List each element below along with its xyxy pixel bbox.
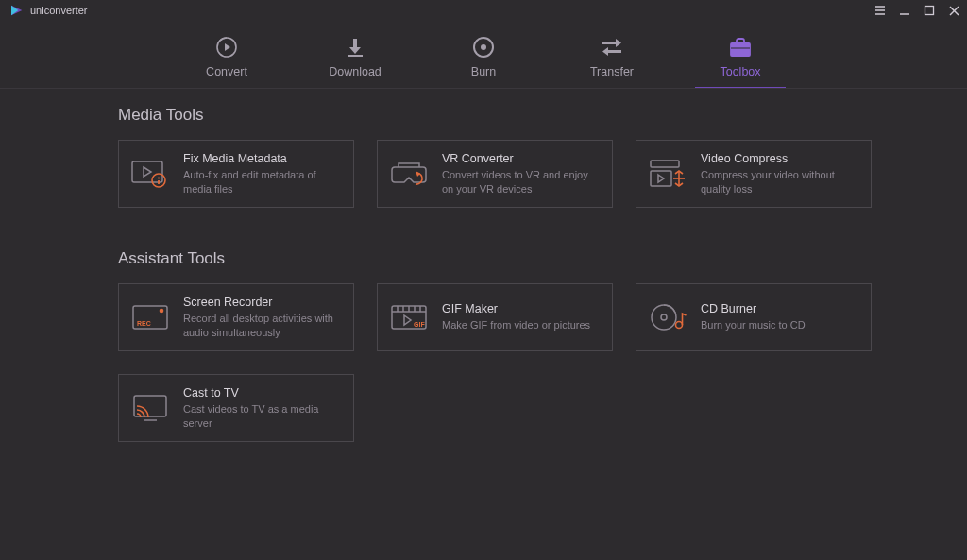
card-title: Screen Recorder — [183, 296, 340, 309]
svg-rect-29 — [651, 171, 671, 186]
card-cast-to-tv[interactable]: Cast to TV Cast videos to TV as a media … — [118, 374, 354, 442]
nav-label: Download — [329, 65, 382, 78]
section-media-tools: Media Tools Fix Media Metadata Auto-fix … — [118, 106, 967, 208]
cast-icon — [130, 389, 172, 427]
topnav: Convert Download Burn Transfer — [0, 21, 967, 89]
window-controls — [873, 3, 961, 18]
card-title: CD Burner — [701, 302, 806, 315]
svg-rect-16 — [602, 42, 616, 44]
card-title: GIF Maker — [442, 302, 590, 315]
svg-text:REC: REC — [137, 320, 151, 327]
transfer-icon — [600, 35, 624, 59]
card-desc: Cast videos to TV as a media server — [183, 402, 340, 431]
minimize-icon[interactable] — [897, 3, 912, 18]
gif-icon: GIF — [389, 298, 431, 336]
brand: uniconverter — [9, 3, 88, 18]
cd-burner-icon — [648, 298, 689, 336]
svg-point-46 — [661, 314, 667, 320]
card-gif-maker[interactable]: GIF GIF Maker Make GIF from video or pic… — [377, 283, 613, 351]
burn-icon — [471, 35, 496, 59]
nav-label: Toolbox — [720, 65, 760, 78]
compress-icon — [648, 155, 689, 193]
svg-marker-12 — [349, 47, 361, 54]
card-text: Fix Media Metadata Auto-fix and edit met… — [183, 152, 340, 196]
media-metadata-icon — [130, 155, 172, 193]
card-row: Fix Media Metadata Auto-fix and edit met… — [118, 140, 874, 208]
card-text: GIF Maker Make GIF from video or picture… — [442, 302, 590, 332]
card-title: Fix Media Metadata — [183, 152, 340, 165]
card-title: Cast to TV — [183, 386, 340, 399]
svg-text:GIF: GIF — [414, 321, 425, 328]
card-desc: Record all desktop activities with audio… — [183, 312, 340, 340]
tab-toolbox[interactable]: Toolbox — [695, 35, 786, 88]
nav-label: Convert — [206, 65, 247, 78]
svg-rect-13 — [348, 55, 363, 57]
tab-burn[interactable]: Burn — [438, 35, 529, 88]
svg-marker-1 — [11, 6, 18, 16]
card-vr-converter[interactable]: VR Converter Convert videos to VR and en… — [377, 140, 613, 208]
app-name: uniconverter — [30, 5, 88, 16]
tab-convert[interactable]: Convert — [181, 35, 272, 88]
card-text: Video Compress Compress your video witho… — [701, 152, 857, 196]
svg-point-15 — [481, 44, 486, 50]
svg-point-34 — [160, 309, 164, 314]
card-cd-burner[interactable]: CD Burner Burn your music to CD — [636, 283, 872, 351]
nav-label: Burn — [471, 65, 496, 78]
section-assistant-tools: Assistant Tools REC Screen Recorder Reco… — [118, 249, 967, 442]
maximize-icon[interactable] — [922, 3, 937, 18]
content-area: Media Tools Fix Media Metadata Auto-fix … — [0, 89, 967, 442]
svg-marker-43 — [404, 315, 411, 325]
download-icon — [344, 35, 366, 59]
svg-rect-6 — [925, 7, 934, 15]
svg-rect-11 — [353, 39, 357, 47]
card-title: Video Compress — [701, 152, 857, 165]
card-video-compress[interactable]: Video Compress Compress your video witho… — [636, 140, 872, 208]
card-text: Screen Recorder Record all desktop activ… — [183, 296, 340, 340]
svg-marker-19 — [602, 47, 608, 56]
screen-recorder-icon: REC — [130, 298, 172, 336]
app-logo-icon — [9, 3, 25, 18]
tab-transfer[interactable]: Transfer — [567, 35, 657, 88]
card-desc: Convert videos to VR and enjoy on your V… — [442, 168, 599, 196]
svg-point-47 — [676, 322, 683, 329]
svg-marker-27 — [416, 171, 420, 177]
card-desc: Compress your video without quality loss — [701, 168, 857, 196]
card-screen-recorder[interactable]: REC Screen Recorder Record all desktop a… — [118, 283, 354, 351]
toolbox-icon — [728, 35, 753, 59]
titlebar: uniconverter — [0, 0, 967, 21]
card-text: Cast to TV Cast videos to TV as a media … — [183, 386, 340, 431]
svg-point-25 — [158, 177, 160, 178]
svg-rect-20 — [731, 43, 750, 56]
card-title: VR Converter — [442, 152, 599, 165]
menu-icon[interactable] — [873, 3, 888, 18]
convert-icon — [214, 35, 239, 59]
svg-marker-10 — [225, 43, 230, 51]
tab-download[interactable]: Download — [310, 35, 400, 88]
svg-rect-22 — [132, 161, 162, 182]
svg-marker-17 — [616, 39, 621, 47]
card-text: VR Converter Convert videos to VR and en… — [442, 152, 599, 196]
svg-marker-23 — [144, 167, 151, 177]
svg-rect-18 — [608, 50, 621, 53]
nav-label: Transfer — [590, 65, 634, 78]
card-desc: Auto-fix and edit metadata of media file… — [183, 168, 340, 196]
card-fix-media-metadata[interactable]: Fix Media Metadata Auto-fix and edit met… — [118, 140, 354, 208]
card-row: REC Screen Recorder Record all desktop a… — [118, 283, 874, 442]
card-desc: Burn your music to CD — [701, 318, 806, 332]
card-text: CD Burner Burn your music to CD — [701, 302, 806, 332]
svg-marker-30 — [658, 175, 664, 182]
section-title: Assistant Tools — [118, 249, 967, 268]
section-title: Media Tools — [118, 106, 967, 125]
svg-rect-28 — [651, 161, 679, 167]
vr-icon — [389, 155, 431, 193]
card-desc: Make GIF from video or pictures — [442, 318, 590, 332]
close-icon[interactable] — [946, 3, 961, 18]
